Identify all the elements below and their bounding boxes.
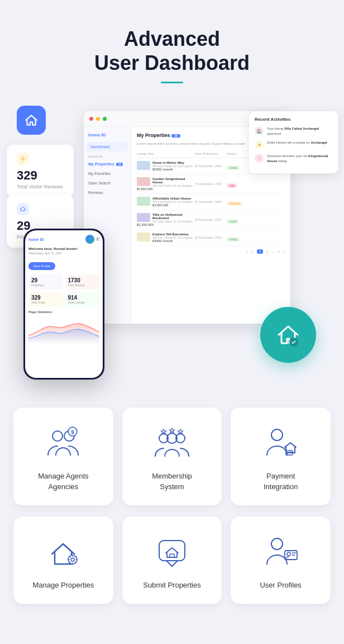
header: Advanced User Dashboard [0,0,344,100]
dd-nav-save-search[interactable]: Save Search [84,178,131,188]
page-2[interactable]: 2 [257,249,263,254]
activity-item-2: ★ Dollie Horton left a review on Archang… [255,140,333,149]
close-dot [89,117,93,121]
dd-logo: home ID [84,132,131,142]
membership-icon [152,423,192,462]
activity-icon-2: ★ [255,140,264,149]
mobile-inner: home ID ☰ Welcome back, Ronald Hunter! W… [25,230,103,378]
mob-stats-grid: 29 Properties 1730 Total Reviews 329 Tot… [28,274,99,307]
dd-nav-dashboard[interactable]: Dashboard [86,142,128,151]
feature-card-submit-properties: Submit Properties [122,517,222,604]
activity-icon-1: 🏠 [255,126,264,135]
visitor-label: Total Visitor Reviews [17,184,64,190]
mob-stat-reviews: 1730 Total Reviews [65,274,100,290]
stat-icon-properties [17,203,29,215]
svg-point-18 [287,552,290,556]
mob-topbar: home ID ☰ [28,235,99,244]
table-row: Villa on Hollywood Boulevard400 East Pad… [137,210,285,230]
mob-chart-label: Page Statistics [28,310,99,314]
mobile-phone: home ID ☰ Welcome back, Ronald Hunter! W… [23,229,104,380]
svg-point-2 [52,431,63,441]
th-listing: Listing Title [137,152,193,155]
page-3[interactable]: 3 [265,249,270,254]
th-date: Date Published [195,152,224,155]
mob-stat-liked: 914 Liked Listings [65,292,100,307]
dd-nav-section-manage: MANAGE [84,151,131,159]
svg-text:$: $ [71,429,74,435]
recent-activities-panel: Recent Activities 🏠 Your listing Villa C… [249,111,338,173]
mob-avatar [85,235,94,244]
mob-welcome: Welcome back, Ronald Hunter! [28,247,99,250]
mob-action-btn[interactable]: View Profile [28,262,55,270]
mob-stat-properties: 29 Properties [28,274,63,290]
dd-nav-my-properties[interactable]: My Properties 29 [84,159,131,169]
feature-card-payment: PaymentIntegration [231,408,331,505]
mob-menu-icon[interactable]: ☰ [96,237,99,242]
visitor-count: 329 [17,168,64,183]
mob-stat-visitors: 329 Total Visitor [28,292,63,307]
manage-properties-label: Manage Properties [22,580,104,590]
submit-properties-icon [152,532,192,571]
manage-agents-icon: $ [44,423,83,462]
feature-card-user-profiles: User Profiles [231,517,331,604]
svg-point-9 [271,429,283,441]
activity-item-1: 🏠 Your listing Villa Called Archangel ap… [255,126,333,136]
mob-date: Wednesday, April 22, 2020 [28,252,99,255]
user-profiles-icon [261,532,300,571]
svg-rect-15 [170,554,174,557]
mob-logo: home ID [28,238,44,242]
activity-icon-3: ♡ [255,154,264,163]
dashboard-preview: 329 Total Visitor Reviews 29 Properties … [0,100,344,380]
features-grid-row1: $ Manage AgentsAgencies MembershipSystem [0,396,344,516]
header-underline [161,82,183,83]
feature-card-membership: MembershipSystem [122,408,222,505]
mob-chart [28,316,99,344]
feature-card-manage-properties: Manage Properties [13,517,113,604]
page-1[interactable]: 1 [250,249,255,254]
table-row: Garden Gingerbread House400 East Padea S… [137,174,285,194]
manage-agents-label: Manage AgentsAgencies [22,471,104,491]
visitor-stat-card: 329 Total Visitor Reviews [7,145,74,197]
table-row: Affordable Urban House400 East Padea St,… [137,194,285,210]
recent-activities-title: Recent Activities [255,117,333,122]
page-title: Advanced User Dashboard [11,27,333,75]
membership-label: MembershipSystem [131,471,213,491]
payment-icon [261,423,300,462]
submit-properties-label: Submit Properties [131,580,213,590]
stat-icon-visitor [17,153,29,165]
svg-point-16 [271,538,283,550]
dd-nav-reviews[interactable]: Reviews [84,188,131,197]
minimize-dot [96,117,100,121]
dd-content-title: My Properties 29 [137,132,180,138]
dd-nav-my-favorites[interactable]: My Favorites [84,169,131,178]
pagination: « 1 2 3 ... 6 » [137,249,285,254]
home-icon-badge [17,106,46,135]
svg-point-0 [22,158,24,160]
user-profiles-label: User Profiles [240,580,322,590]
manage-properties-icon [44,532,83,571]
page-last[interactable]: 6 [276,249,281,254]
maximize-dot [103,117,107,121]
payment-label: PaymentIntegration [240,471,322,491]
activity-item-3: ♡ Someone favorites your Ad Gingerbread … [255,154,333,163]
feature-card-manage-agents: $ Manage AgentsAgencies [13,408,113,505]
features-grid-row2: Manage Properties Submit Properties [0,517,344,615]
teal-home-circle [260,307,316,363]
table-row: Explore Old Barcelona400 East Padea St, … [137,230,285,246]
